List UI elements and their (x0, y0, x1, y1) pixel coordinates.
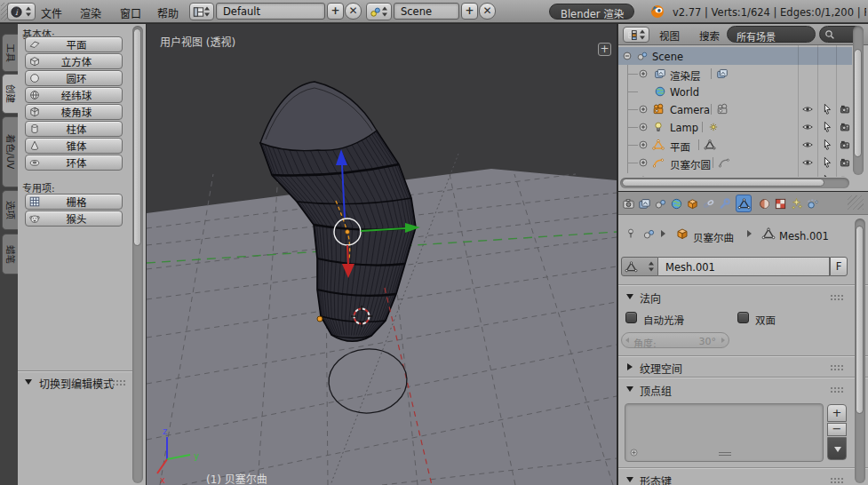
collapse-expander-icon[interactable] (622, 51, 633, 61)
viewport-properties-region-toggle[interactable]: + (598, 43, 611, 56)
menu-window[interactable]: 窗口 (120, 5, 141, 20)
renderability-camera-icon[interactable] (839, 174, 851, 177)
tab-create[interactable]: 创建 (2, 74, 18, 114)
mesh-name-field[interactable]: Mesh.001 (658, 257, 830, 276)
vertex-group-specials-button[interactable] (827, 437, 847, 460)
expand-expander-icon[interactable] (638, 122, 649, 132)
mesh-datablock-browse-button[interactable] (621, 257, 658, 276)
pin-icon[interactable] (625, 227, 637, 240)
scene-name-field[interactable]: Scene (394, 3, 459, 20)
expand-expander-icon[interactable] (638, 68, 649, 79)
visibility-eye-icon[interactable] (801, 174, 814, 177)
panel-drag-grip[interactable] (830, 386, 843, 393)
menu-file[interactable]: 文件 (41, 5, 62, 20)
tab-grease-pencil[interactable]: 蜡笔 (2, 234, 18, 274)
visibility-eye-icon[interactable] (801, 156, 814, 169)
add-cone-button[interactable]: 锥体 (25, 138, 123, 154)
expand-expander-icon[interactable] (638, 157, 649, 168)
renderability-camera-icon[interactable] (839, 156, 851, 169)
add-cube-button[interactable]: 立方体 (25, 53, 123, 69)
editor-type-button[interactable]: i (7, 3, 36, 20)
tab-options[interactable]: 选项 (2, 190, 18, 230)
renderability-camera-icon[interactable] (839, 139, 851, 151)
add-scene-button[interactable]: + (461, 3, 478, 20)
breadcrumb-object-name[interactable]: 贝塞尔曲 (693, 230, 734, 244)
object-origin-dot[interactable] (317, 316, 323, 322)
tab-physics[interactable] (804, 195, 820, 212)
properties-scrollbar[interactable] (855, 219, 865, 483)
panel-drag-grip[interactable] (830, 294, 843, 300)
add-monkey-button[interactable]: 猴头 (25, 211, 123, 227)
smooth-angle-slider[interactable]: 角度: 30° (621, 332, 729, 348)
selectability-cursor-icon[interactable] (821, 103, 833, 115)
normals-panel-header[interactable]: 法向 (618, 287, 868, 306)
auto-smooth-checkbox[interactable] (625, 312, 637, 323)
tab-texture[interactable] (772, 195, 788, 212)
selectability-cursor-icon[interactable] (821, 156, 833, 169)
tab-scene[interactable] (652, 195, 668, 212)
scene-browse-button[interactable] (366, 3, 392, 20)
vertex-group-add-button[interactable]: + (827, 404, 847, 422)
tool-shelf-scrollbar[interactable] (132, 26, 143, 483)
delete-scene-button[interactable]: ✕ (479, 3, 496, 20)
fake-user-button[interactable]: F (830, 257, 848, 276)
enter-editmode-panel-header[interactable]: 切换到编辑模式 (18, 372, 132, 394)
outliner-vscrollbar[interactable] (853, 26, 864, 175)
breadcrumb-data-name[interactable]: Mesh.001 (779, 230, 829, 242)
outliner-menu-search[interactable]: 搜索 (699, 28, 720, 43)
tab-particles[interactable] (788, 195, 804, 212)
screen-layout-browse-button[interactable] (189, 3, 214, 20)
double-sided-checkbox[interactable] (737, 312, 749, 323)
selectability-cursor-icon[interactable] (821, 121, 833, 133)
visibility-eye-icon[interactable] (801, 103, 814, 115)
panel-drag-grip[interactable] (112, 379, 125, 386)
selectability-cursor-icon[interactable] (821, 174, 833, 177)
list-add-icon[interactable] (629, 448, 639, 457)
visibility-eye-icon[interactable] (801, 121, 814, 133)
outliner-menu-view[interactable]: 视图 (659, 28, 680, 43)
outliner-display-filter-select[interactable]: 所有场景 (727, 26, 816, 43)
visibility-eye-icon[interactable] (801, 139, 814, 151)
viewport-canvas[interactable]: z y x (147, 24, 617, 485)
menu-help[interactable]: 帮助 (157, 5, 179, 20)
panel-drag-grip[interactable] (830, 477, 843, 483)
list-resize-grip[interactable] (719, 452, 731, 456)
add-circle-button[interactable]: 圆环 (25, 70, 123, 86)
outliner-editor-type-button[interactable] (623, 27, 649, 43)
outliner-hscrollbar-thumb[interactable] (622, 179, 824, 187)
add-plane-button[interactable]: 平面 (25, 36, 123, 52)
render-engine-select[interactable]: Blender 渲染 (549, 4, 634, 20)
tool-shelf-scrollbar-thumb[interactable] (133, 28, 141, 246)
add-grid-button[interactable]: 栅格 (25, 194, 123, 210)
expand-expander-icon[interactable] (638, 104, 649, 115)
vertex-group-remove-button[interactable]: − (827, 423, 847, 436)
slider-decrease-icon[interactable] (625, 338, 629, 343)
slider-increase-icon[interactable] (721, 338, 725, 343)
viewport-3d[interactable]: z y x 用户视图 (透视) (1) 贝塞尔曲 + (147, 24, 617, 485)
renderability-camera-icon[interactable] (839, 121, 851, 133)
delete-screen-layout-button[interactable]: ✕ (345, 3, 362, 20)
tab-shading-uv[interactable]: 着色/UV (2, 116, 18, 187)
tab-render-layers[interactable] (636, 195, 652, 212)
screen-layout-name-field[interactable]: Default (216, 3, 325, 20)
selectability-cursor-icon[interactable] (821, 139, 833, 151)
tab-modifiers[interactable] (716, 195, 732, 212)
renderability-camera-icon[interactable] (839, 103, 851, 115)
outliner-vscrollbar-thumb[interactable] (854, 49, 862, 157)
tab-world[interactable] (668, 195, 684, 212)
vertex-groups-panel-header[interactable]: 顶点组 (618, 380, 868, 400)
tab-material[interactable] (756, 195, 772, 212)
menu-render[interactable]: 渲染 (80, 5, 101, 20)
panel-drag-grip[interactable] (830, 364, 843, 370)
add-cylinder-button[interactable]: 柱体 (25, 121, 123, 137)
tab-render[interactable] (620, 195, 636, 212)
tab-tools[interactable]: 工具 (2, 34, 18, 72)
vertex-groups-list[interactable] (625, 403, 824, 462)
add-uv-sphere-button[interactable]: 经纬球 (25, 87, 123, 103)
add-ico-sphere-button[interactable]: 棱角球 (25, 104, 123, 120)
add-screen-layout-button[interactable]: + (327, 3, 344, 20)
add-torus-button[interactable]: 环体 (25, 155, 123, 171)
expand-expander-icon[interactable] (638, 139, 649, 150)
tab-object[interactable] (684, 195, 700, 212)
tab-object-data[interactable] (736, 195, 752, 212)
